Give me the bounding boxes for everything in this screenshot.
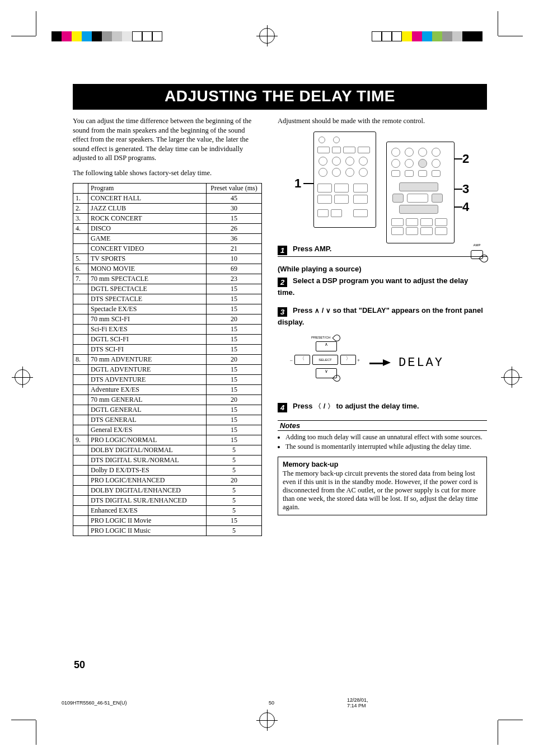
left-angle-icon: 〈 [315,402,321,410]
step-2-text: Select a DSP program you want to adjust … [278,276,468,297]
table-row: DGTL ADVENTURE15 [73,365,262,375]
step-4-text: Press 〈 / 〉 to adjust the delay time. [293,402,419,410]
table-row: Enhanced EX/ES5 [73,506,262,516]
table-row: PRO LOGIC/ENHANCED20 [73,476,262,486]
list-item: Adding too much delay will cause an unna… [285,433,487,442]
registration-mark-bottom [259,712,275,728]
amp-button-icon: AMP [467,243,487,261]
callout-1: 1 [294,176,301,191]
step-3-number: 3 [278,307,287,317]
while-playing: (While playing a source) [278,265,487,273]
callout-4: 4 [462,200,469,214]
table-row: Sci-Fi EX/ES15 [73,325,262,335]
callout-2: 2 [462,152,469,166]
step-4: 4 Press 〈 / 〉 to adjust the delay time. [278,401,487,412]
table-row: 8.70 mm ADVENTURE20 [73,355,262,365]
colorbar-right [372,31,483,41]
step-1-text: Press AMP. [293,245,331,253]
registration-mark-top [259,28,275,44]
list-item: The sound is momentarily interrupted whi… [285,443,487,451]
table-row: CONCERT VIDEO21 [73,244,262,254]
registration-mark-right [504,369,519,385]
notes-list: Adding too much delay will cause an unna… [285,433,487,451]
right-intro: Adjustment should be made with the remot… [278,116,487,126]
col-program: Program [88,184,207,194]
table-row: 3.ROCK CONCERT15 [73,214,262,224]
table-row: DTS GENERAL15 [73,415,262,425]
intro-paragraph-1: You can adjust the time difference betwe… [73,116,262,163]
table-row: DOLBY DIGITAL/NORMAL5 [73,445,262,456]
footer-timestamp: 12/28/01, 7:14 PM [347,697,368,708]
table-row: DGTL GENERAL15 [73,405,262,415]
footer-page: 50 [269,700,274,706]
table-row: 9.PRO LOGIC/NORMAL15 [73,435,262,445]
down-chevron-icon: ∨ [326,307,331,314]
section-title: ADJUSTING THE DELAY TIME [73,84,487,110]
up-chevron-icon: ∧ [315,307,320,314]
table-row: 5.TV SPORTS10 [73,254,262,264]
footer: 0109HTR5560_46-51_EN(U) 50 12/28/01, 7:1… [62,700,127,706]
table-row: 1.CONCERT HALL45 [73,194,262,204]
step-1-number: 1 [278,246,287,255]
table-row: DGTL SCI-FI15 [73,335,262,345]
table-row: 4.DISCO26 [73,224,262,234]
table-row: Dolby D EX/DTS-ES5 [73,466,262,476]
remote-diagram: 1 2 3 4 [291,132,487,238]
table-row: DTS ADVENTURE15 [73,375,262,385]
notes-heading: Notes [278,420,487,431]
table-row: 2.JAZZ CLUB30 [73,204,262,214]
table-row: 6.MONO MOVIE69 [73,264,262,274]
table-row: GAME36 [73,234,262,244]
table-row: Adventure EX/ES15 [73,385,262,395]
table-row: DTS SPECTACLE15 [73,294,262,304]
right-angle-icon: 〉 [327,402,334,410]
table-row: Spectacle EX/ES15 [73,304,262,314]
table-row: DTS SCI-FI15 [73,345,262,355]
table-row: DOLBY DIGITAL/ENHANCED5 [73,486,262,496]
colorbar-left [51,31,162,41]
table-row: PRO LOGIC II Movie15 [73,516,262,526]
page-number: 50 [74,659,85,671]
table-row: 7.70 mm SPECTACLE23 [73,274,262,284]
table-row: DGTL SPECTACLE15 [73,284,262,294]
table-row: 70 mm GENERAL20 [73,395,262,405]
table-row: DTS DIGITAL SUR./ENHANCED5 [73,496,262,506]
dpad-diagram: PRESET/CH ∧ 〈 SELECT 〉 ∨ – + [294,338,362,388]
col-preset-value: Preset value (ms) [207,184,262,194]
intro-paragraph-2: The following table shows factory-set de… [73,168,262,178]
memory-backup-body: The memory back-up circuit prevents the … [283,469,482,511]
table-row: PRO LOGIC II Music5 [73,526,262,536]
callout-3: 3 [462,182,469,196]
memory-backup-heading: Memory back-up [283,461,482,468]
delay-display-word: DELAY [399,356,444,370]
step-3: 3 Press ∧ / ∨ so that "DELAY" appears on… [278,305,487,327]
step-2: 2 Select a DSP program you want to adjus… [278,275,487,297]
step-4-number: 4 [278,403,287,412]
arrow-right-icon [369,358,391,368]
footer-filename: 0109HTR5560_46-51_EN(U) [62,700,127,706]
table-row: General EX/ES15 [73,425,262,435]
delay-table: Program Preset value (ms) 1.CONCERT HALL… [73,183,262,536]
registration-mark-left [15,369,30,385]
step-3-text: Press ∧ / ∨ so that "DELAY" appears on t… [278,306,483,326]
table-row: DTS DIGITAL SUR./NORMAL5 [73,456,262,466]
step-1: 1 Press AMP. AMP [278,243,487,257]
memory-backup-box: Memory back-up The memory back-up circui… [278,457,487,515]
step-2-number: 2 [278,278,287,287]
table-row: 70 mm SCI-FI20 [73,314,262,325]
